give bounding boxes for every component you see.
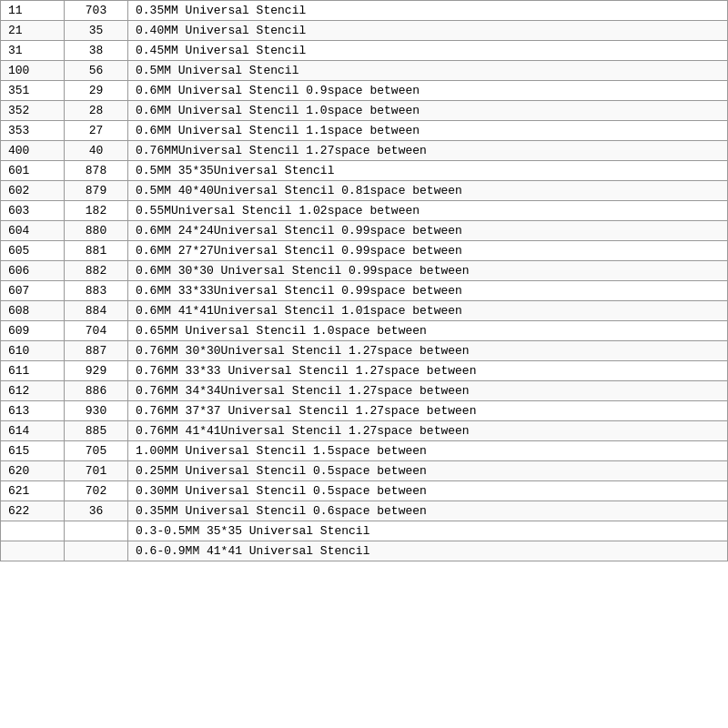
col-description: 0.6MM Universal Stencil 0.9space between <box>128 81 728 101</box>
col-code: 701 <box>65 461 128 481</box>
table-row: 21350.40MM Universal Stencil <box>1 21 728 41</box>
col-description: 0.30MM Universal Stencil 0.5space betwee… <box>128 481 728 501</box>
col-code <box>65 521 128 541</box>
col-id: 610 <box>1 341 65 361</box>
col-id: 353 <box>1 121 65 141</box>
table-row: 31380.45MM Universal Stencil <box>1 41 728 61</box>
col-description: 0.25MM Universal Stencil 0.5space betwee… <box>128 461 728 481</box>
table-row: 353270.6MM Universal Stencil 1.1space be… <box>1 121 728 141</box>
col-id: 612 <box>1 381 65 401</box>
col-id: 351 <box>1 81 65 101</box>
col-code: 881 <box>65 241 128 261</box>
col-id: 604 <box>1 221 65 241</box>
table-row: 6028790.5MM 40*40Universal Stencil 0.81s… <box>1 181 728 201</box>
col-description: 0.76MM 37*37 Universal Stencil 1.27space… <box>128 401 728 421</box>
table-row: 6097040.65MM Universal Stencil 1.0space … <box>1 321 728 341</box>
col-description: 0.6MM 27*27Universal Stencil 0.99space b… <box>128 241 728 261</box>
col-description: 0.5MM 40*40Universal Stencil 0.81space b… <box>128 181 728 201</box>
col-id: 606 <box>1 261 65 281</box>
col-code: 930 <box>65 401 128 421</box>
col-code: 35 <box>65 21 128 41</box>
col-description: 0.76MM 30*30Universal Stencil 1.27space … <box>128 341 728 361</box>
col-id: 601 <box>1 161 65 181</box>
col-description: 0.76MMUniversal Stencil 1.27space betwee… <box>128 141 728 161</box>
table-row: 6078830.6MM 33*33Universal Stencil 0.99s… <box>1 281 728 301</box>
stencil-table: 117030.35MM Universal Stencil21350.40MM … <box>0 0 728 561</box>
col-code: 880 <box>65 221 128 241</box>
col-id: 608 <box>1 301 65 321</box>
col-code: 40 <box>65 141 128 161</box>
col-id: 21 <box>1 21 65 41</box>
col-id: 621 <box>1 481 65 501</box>
table-row: 6139300.76MM 37*37 Universal Stencil 1.2… <box>1 401 728 421</box>
col-code <box>65 541 128 561</box>
col-id: 607 <box>1 281 65 301</box>
col-code: 703 <box>65 1 128 21</box>
col-description: 0.76MM 34*34Universal Stencil 1.27space … <box>128 381 728 401</box>
col-id: 614 <box>1 421 65 441</box>
col-code: 38 <box>65 41 128 61</box>
col-description: 0.6MM 24*24Universal Stencil 0.99space b… <box>128 221 728 241</box>
main-container: 117030.35MM Universal Stencil21350.40MM … <box>0 0 728 728</box>
col-id: 615 <box>1 441 65 461</box>
col-code: 878 <box>65 161 128 181</box>
table-row: 6119290.76MM 33*33 Universal Stencil 1.2… <box>1 361 728 381</box>
col-description: 0.6MM 41*41Universal Stencil 1.01space b… <box>128 301 728 321</box>
table-row: 6207010.25MM Universal Stencil 0.5space … <box>1 461 728 481</box>
col-id: 609 <box>1 321 65 341</box>
col-description: 0.40MM Universal Stencil <box>128 21 728 41</box>
table-row: 0.6-0.9MM 41*41 Universal Stencil <box>1 541 728 561</box>
table-row: 6148850.76MM 41*41Universal Stencil 1.27… <box>1 421 728 441</box>
col-id <box>1 521 65 541</box>
col-description: 0.45MM Universal Stencil <box>128 41 728 61</box>
col-code: 705 <box>65 441 128 461</box>
table-row: 6048800.6MM 24*24Universal Stencil 0.99s… <box>1 221 728 241</box>
col-id: 620 <box>1 461 65 481</box>
col-id: 400 <box>1 141 65 161</box>
col-description: 0.6MM Universal Stencil 1.0space between <box>128 101 728 121</box>
table-row: 0.3-0.5MM 35*35 Universal Stencil <box>1 521 728 541</box>
col-description: 0.6-0.9MM 41*41 Universal Stencil <box>128 541 728 561</box>
table-row: 100560.5MM Universal Stencil <box>1 61 728 81</box>
col-code: 884 <box>65 301 128 321</box>
table-row: 6058810.6MM 27*27Universal Stencil 0.99s… <box>1 241 728 261</box>
col-id <box>1 541 65 561</box>
table-row: 351290.6MM Universal Stencil 0.9space be… <box>1 81 728 101</box>
col-code: 27 <box>65 121 128 141</box>
col-description: 0.76MM 41*41Universal Stencil 1.27space … <box>128 421 728 441</box>
table-row: 622360.35MM Universal Stencil 0.6space b… <box>1 501 728 521</box>
col-id: 352 <box>1 101 65 121</box>
col-description: 0.5MM 35*35Universal Stencil <box>128 161 728 181</box>
col-description: 0.35MM Universal Stencil 0.6space betwee… <box>128 501 728 521</box>
col-code: 887 <box>65 341 128 361</box>
col-id: 31 <box>1 41 65 61</box>
col-id: 100 <box>1 61 65 81</box>
col-code: 56 <box>65 61 128 81</box>
table-row: 6088840.6MM 41*41Universal Stencil 1.01s… <box>1 301 728 321</box>
table-row: 6031820.55MUniversal Stencil 1.02space b… <box>1 201 728 221</box>
col-id: 602 <box>1 181 65 201</box>
col-code: 702 <box>65 481 128 501</box>
col-description: 0.35MM Universal Stencil <box>128 1 728 21</box>
col-id: 613 <box>1 401 65 421</box>
table-row: 6157051.00MM Universal Stencil 1.5space … <box>1 441 728 461</box>
table-row: 6018780.5MM 35*35Universal Stencil <box>1 161 728 181</box>
table-row: 6068820.6MM 30*30 Universal Stencil 0.99… <box>1 261 728 281</box>
col-code: 882 <box>65 261 128 281</box>
table-row: 6128860.76MM 34*34Universal Stencil 1.27… <box>1 381 728 401</box>
col-code: 28 <box>65 101 128 121</box>
col-id: 605 <box>1 241 65 261</box>
table-row: 117030.35MM Universal Stencil <box>1 1 728 21</box>
col-id: 622 <box>1 501 65 521</box>
col-code: 29 <box>65 81 128 101</box>
col-description: 0.55MUniversal Stencil 1.02space between <box>128 201 728 221</box>
table-row: 6217020.30MM Universal Stencil 0.5space … <box>1 481 728 501</box>
col-description: 1.00MM Universal Stencil 1.5space betwee… <box>128 441 728 461</box>
col-description: 0.3-0.5MM 35*35 Universal Stencil <box>128 521 728 541</box>
col-description: 0.5MM Universal Stencil <box>128 61 728 81</box>
col-code: 886 <box>65 381 128 401</box>
col-id: 11 <box>1 1 65 21</box>
col-description: 0.6MM Universal Stencil 1.1space between <box>128 121 728 141</box>
table-row: 400400.76MMUniversal Stencil 1.27space b… <box>1 141 728 161</box>
col-code: 36 <box>65 501 128 521</box>
